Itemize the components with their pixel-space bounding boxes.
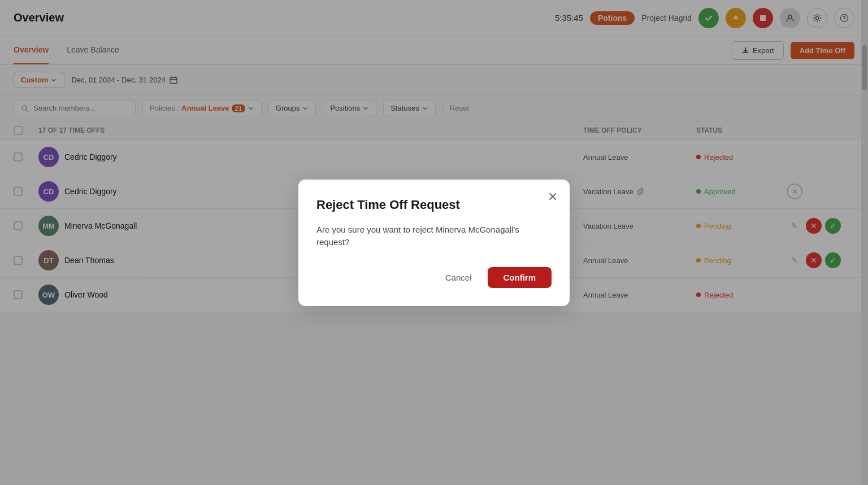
close-icon bbox=[548, 191, 558, 202]
modal-body: Are you sure you want to reject Minerva … bbox=[316, 224, 552, 249]
modal-overlay[interactable]: Reject Time Off Request Are you sure you… bbox=[0, 0, 868, 312]
reject-modal: Reject Time Off Request Are you sure you… bbox=[298, 180, 570, 306]
modal-cancel-button[interactable]: Cancel bbox=[436, 268, 481, 287]
modal-confirm-button[interactable]: Confirm bbox=[488, 267, 552, 288]
modal-actions: Cancel Confirm bbox=[316, 267, 552, 288]
modal-title: Reject Time Off Request bbox=[316, 198, 552, 212]
modal-close-button[interactable] bbox=[545, 189, 561, 204]
